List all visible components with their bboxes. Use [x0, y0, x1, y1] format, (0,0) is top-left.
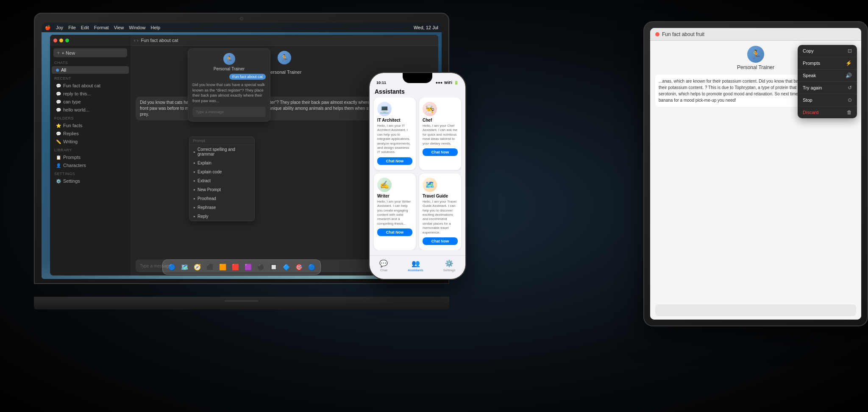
- dock-slack[interactable]: 🟪: [242, 262, 253, 273]
- context-speak[interactable]: Speak 🔊: [798, 70, 857, 82]
- recent-item-2: reply to this...: [63, 91, 91, 96]
- prompt-item-1[interactable]: ▸ Correct spelling and grammar: [189, 145, 254, 159]
- discard-icon: 🗑: [847, 109, 852, 115]
- dock-app1[interactable]: 🟥: [230, 262, 241, 273]
- popup-assistant-name: Personal Trainer: [192, 67, 266, 71]
- dock-safari[interactable]: 🧭: [192, 262, 203, 273]
- tab-chat[interactable]: 💬 Chat: [379, 259, 388, 272]
- folder-item-2: Replies: [63, 131, 79, 136]
- sidebar-item-recent-2[interactable]: 💬 reply to this...: [52, 90, 129, 97]
- macos-dock: 🔵 🗺️ 🧭 ⬛ 🟧 🟥 🟪 ⚫ 🔲 🔷 🎯 🔵: [162, 259, 321, 275]
- chat-icon-1: 💬: [56, 84, 61, 88]
- battery-icon: 🔋: [454, 81, 459, 85]
- tab-settings[interactable]: ⚙️ Settings: [443, 259, 456, 272]
- it-desc: Hello, I am your IT Architect Assistant.…: [377, 124, 412, 155]
- iphone-header: Assistants: [370, 86, 465, 97]
- ipad-chat-input[interactable]: [655, 304, 856, 316]
- dock-sublime[interactable]: 🟧: [217, 262, 228, 273]
- chat-title: Fun fact about cat: [141, 38, 178, 43]
- dock-app6[interactable]: 🔵: [306, 262, 317, 273]
- all-dot: [56, 69, 59, 72]
- macos-menubar: 🍎 Joy File Edit Format View Window Help …: [42, 23, 442, 32]
- menu-help[interactable]: Help: [150, 25, 160, 30]
- it-chat-button[interactable]: Chat Now: [377, 157, 412, 165]
- sidebar-folder-1[interactable]: ⭐ Fun facts: [52, 122, 129, 129]
- tab-chat-icon: 💬: [379, 259, 388, 267]
- tab-assistants[interactable]: 👥 Assistants: [408, 259, 423, 272]
- minimize-dot[interactable]: [59, 39, 63, 42]
- prompt-item-8[interactable]: ▸ Reply: [189, 212, 254, 221]
- writer-avatar: ✍️: [377, 178, 392, 192]
- prompt-item-3[interactable]: ▸ Explain code: [189, 167, 254, 176]
- travel-chat-button[interactable]: Chat Now: [423, 237, 458, 245]
- back-icon[interactable]: ‹ ›: [134, 38, 138, 43]
- ipad: Fun fact about fruit 🏃 Personal Trainer …: [643, 21, 868, 326]
- dock-app3[interactable]: 🔲: [268, 262, 279, 273]
- menu-view[interactable]: View: [114, 25, 124, 30]
- it-avatar: 💻: [377, 102, 392, 116]
- sidebar-item-all[interactable]: All: [52, 66, 129, 74]
- close-dot[interactable]: [53, 39, 57, 42]
- travel-name: Travel Guide: [423, 194, 458, 198]
- laptop-base: [34, 297, 449, 309]
- dock-maps[interactable]: 🗺️: [179, 262, 190, 273]
- recent-item-4: hello world...: [63, 107, 89, 112]
- popup-input[interactable]: Type a message: [192, 107, 266, 117]
- assistant-card-writer: ✍️ Writer Hello, I am your Writer Assist…: [374, 173, 416, 250]
- menu-file[interactable]: File: [68, 25, 76, 30]
- sidebar-item-recent-1[interactable]: 💬 Fun fact about cat: [52, 82, 129, 89]
- window-titlebar: [50, 35, 131, 46]
- menu-app-name[interactable]: Joy: [56, 25, 63, 30]
- maximize-dot[interactable]: [65, 39, 69, 42]
- wifi-icon: WiFi: [444, 81, 452, 85]
- iphone: 10:11 ●●● WiFi 🔋 Assistants 💻 IT Archite…: [369, 72, 466, 280]
- prompt-item-6[interactable]: ▸ Proofread: [189, 194, 254, 203]
- menu-window[interactable]: Window: [129, 25, 145, 30]
- recent-section-label: Recent: [50, 75, 131, 81]
- sidebar-characters[interactable]: 👤 Characters: [52, 161, 129, 169]
- dock-app5[interactable]: 🎯: [293, 262, 304, 273]
- iphone-tabbar: 💬 Chat 👥 Assistants ⚙️ Settings: [370, 255, 465, 279]
- chef-chat-button[interactable]: Chat Now: [423, 148, 458, 156]
- context-discard[interactable]: Discard 🗑: [798, 106, 857, 118]
- folder-icon-2: 💬: [56, 131, 61, 136]
- assistant-card-it: 💻 IT Architect Hello, I am your IT Archi…: [374, 97, 416, 170]
- it-name: IT Architect: [377, 118, 412, 122]
- dock-finder[interactable]: 🔵: [166, 262, 177, 273]
- dock-app2[interactable]: ⚫: [255, 262, 266, 273]
- menu-format[interactable]: Format: [94, 25, 109, 30]
- sidebar-folder-3[interactable]: ✏️ Writing: [52, 138, 129, 145]
- tab-assistants-label: Assistants: [408, 268, 423, 272]
- sidebar-item-recent-4[interactable]: 💬 hello world...: [52, 106, 129, 114]
- context-copy[interactable]: Copy ⊡: [798, 45, 857, 57]
- dock-terminal[interactable]: ⬛: [204, 262, 215, 273]
- new-chat-button[interactable]: + + New: [53, 48, 127, 57]
- bullet-2: ▸: [194, 161, 195, 165]
- sidebar-folder-2[interactable]: 💬 Replies: [52, 130, 129, 137]
- recent-item-3: can type: [63, 99, 81, 104]
- writer-chat-button[interactable]: Chat Now: [377, 228, 412, 236]
- menu-edit[interactable]: Edit: [81, 25, 89, 30]
- prompt-item-7[interactable]: ▸ Rephrase: [189, 203, 254, 212]
- prompt-item-4[interactable]: ▸ Extract: [189, 176, 254, 185]
- ipad-close-btn[interactable]: [655, 32, 659, 36]
- sidebar-item-recent-3[interactable]: 💬 can type: [52, 98, 129, 106]
- all-label: All: [61, 67, 66, 72]
- prompt-label-5: New Prompt: [198, 187, 221, 192]
- recent-item-1: Fun fact about cat: [63, 83, 100, 88]
- sidebar-settings[interactable]: ⚙️ Settings: [52, 177, 129, 185]
- context-tryagain[interactable]: Try again ↺: [798, 82, 857, 94]
- context-prompts[interactable]: Prompts ⚡: [798, 57, 857, 70]
- menu-time: Wed, 12 Jul: [414, 25, 438, 30]
- sidebar-prompts[interactable]: 📋 Prompts: [52, 153, 129, 161]
- context-stop[interactable]: Stop ⊙: [798, 94, 857, 106]
- dock-app4[interactable]: 🔷: [281, 262, 292, 273]
- copy-label: Copy: [803, 48, 814, 53]
- apple-menu[interactable]: 🍎: [45, 25, 51, 31]
- chat-icon-4: 💬: [56, 108, 61, 112]
- iphone-status-icons: ●●● WiFi 🔋: [436, 81, 459, 85]
- plus-icon: +: [57, 50, 60, 56]
- signal-icon: ●●●: [436, 81, 442, 85]
- prompt-item-5[interactable]: ▸ New Prompt: [189, 185, 254, 194]
- prompt-item-2[interactable]: ▸ Explain: [189, 159, 254, 167]
